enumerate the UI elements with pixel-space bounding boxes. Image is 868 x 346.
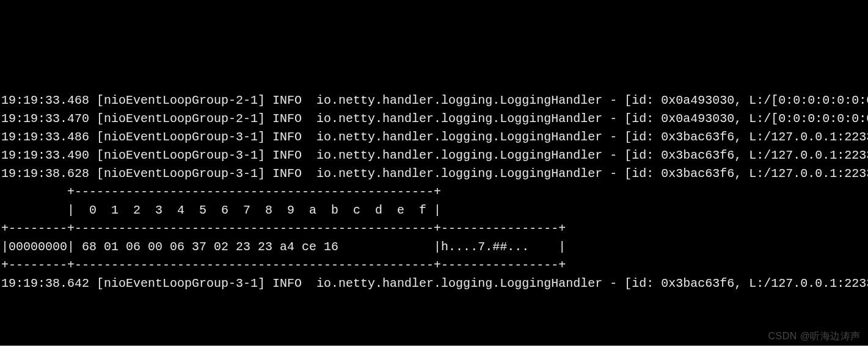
hexdump-separator: +--------+------------------------------… (1, 222, 566, 236)
log-line: 19:19:33.470 [nioEventLoopGroup-2-1] INF… (1, 112, 868, 126)
log-line: 19:19:38.628 [nioEventLoopGroup-3-1] INF… (1, 167, 868, 181)
hexdump-border: +---------------------------------------… (1, 185, 441, 199)
console-log-output: 19:19:33.468 [nioEventLoopGroup-2-1] INF… (0, 92, 868, 293)
watermark-text: CSDN @听海边涛声 (768, 329, 861, 344)
log-line: 19:19:38.642 [nioEventLoopGroup-3-1] INF… (1, 276, 868, 290)
log-line: 19:19:33.490 [nioEventLoopGroup-3-1] INF… (1, 148, 868, 162)
hexdump-header: | 0 1 2 3 4 5 6 7 8 9 a b c d e f | (1, 203, 441, 217)
log-line: 19:19:33.468 [nioEventLoopGroup-2-1] INF… (1, 93, 868, 107)
log-line: 19:19:33.486 [nioEventLoopGroup-3-1] INF… (1, 130, 868, 144)
hexdump-row: |00000000| 68 01 06 00 06 37 02 23 23 a4… (1, 240, 566, 254)
hexdump-border: +--------+------------------------------… (1, 258, 566, 272)
